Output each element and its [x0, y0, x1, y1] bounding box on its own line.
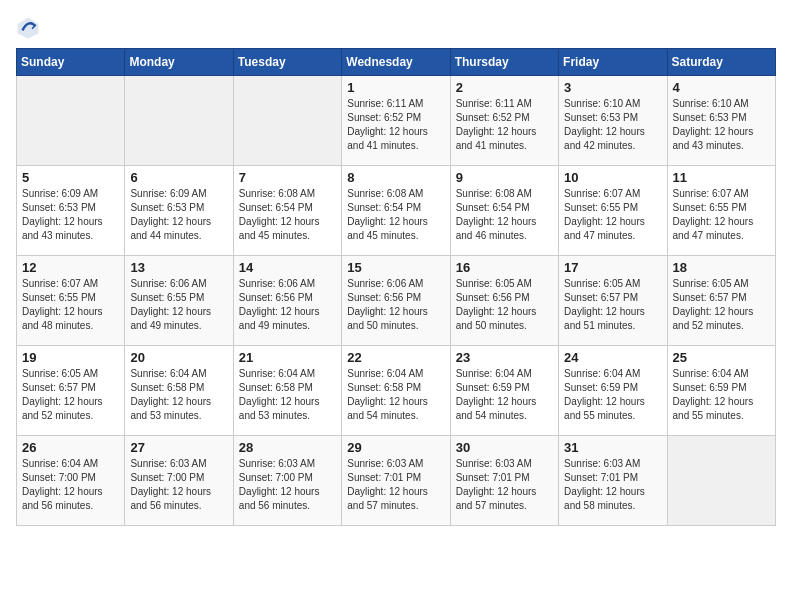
- calendar-cell: 28Sunrise: 6:03 AM Sunset: 7:00 PM Dayli…: [233, 436, 341, 526]
- day-number: 24: [564, 350, 661, 365]
- weekday-header-saturday: Saturday: [667, 49, 775, 76]
- calendar-cell: 5Sunrise: 6:09 AM Sunset: 6:53 PM Daylig…: [17, 166, 125, 256]
- day-info: Sunrise: 6:10 AM Sunset: 6:53 PM Dayligh…: [673, 97, 770, 153]
- day-info: Sunrise: 6:03 AM Sunset: 7:01 PM Dayligh…: [347, 457, 444, 513]
- calendar-cell: 2Sunrise: 6:11 AM Sunset: 6:52 PM Daylig…: [450, 76, 558, 166]
- day-info: Sunrise: 6:03 AM Sunset: 7:00 PM Dayligh…: [239, 457, 336, 513]
- day-info: Sunrise: 6:05 AM Sunset: 6:57 PM Dayligh…: [673, 277, 770, 333]
- day-info: Sunrise: 6:06 AM Sunset: 6:56 PM Dayligh…: [239, 277, 336, 333]
- calendar-cell: 22Sunrise: 6:04 AM Sunset: 6:58 PM Dayli…: [342, 346, 450, 436]
- day-number: 29: [347, 440, 444, 455]
- day-info: Sunrise: 6:03 AM Sunset: 7:01 PM Dayligh…: [564, 457, 661, 513]
- calendar-week-row: 12Sunrise: 6:07 AM Sunset: 6:55 PM Dayli…: [17, 256, 776, 346]
- day-number: 6: [130, 170, 227, 185]
- day-number: 10: [564, 170, 661, 185]
- day-info: Sunrise: 6:08 AM Sunset: 6:54 PM Dayligh…: [239, 187, 336, 243]
- calendar-week-row: 19Sunrise: 6:05 AM Sunset: 6:57 PM Dayli…: [17, 346, 776, 436]
- day-info: Sunrise: 6:05 AM Sunset: 6:57 PM Dayligh…: [22, 367, 119, 423]
- day-info: Sunrise: 6:06 AM Sunset: 6:56 PM Dayligh…: [347, 277, 444, 333]
- calendar-cell: 15Sunrise: 6:06 AM Sunset: 6:56 PM Dayli…: [342, 256, 450, 346]
- calendar-cell: 8Sunrise: 6:08 AM Sunset: 6:54 PM Daylig…: [342, 166, 450, 256]
- day-number: 15: [347, 260, 444, 275]
- day-number: 8: [347, 170, 444, 185]
- calendar-cell: 12Sunrise: 6:07 AM Sunset: 6:55 PM Dayli…: [17, 256, 125, 346]
- calendar-cell: 11Sunrise: 6:07 AM Sunset: 6:55 PM Dayli…: [667, 166, 775, 256]
- day-info: Sunrise: 6:08 AM Sunset: 6:54 PM Dayligh…: [347, 187, 444, 243]
- day-number: 14: [239, 260, 336, 275]
- calendar-week-row: 26Sunrise: 6:04 AM Sunset: 7:00 PM Dayli…: [17, 436, 776, 526]
- calendar-cell: 25Sunrise: 6:04 AM Sunset: 6:59 PM Dayli…: [667, 346, 775, 436]
- weekday-header-tuesday: Tuesday: [233, 49, 341, 76]
- day-number: 12: [22, 260, 119, 275]
- calendar-cell: 4Sunrise: 6:10 AM Sunset: 6:53 PM Daylig…: [667, 76, 775, 166]
- calendar-cell: [667, 436, 775, 526]
- calendar-cell: 10Sunrise: 6:07 AM Sunset: 6:55 PM Dayli…: [559, 166, 667, 256]
- calendar-cell: 13Sunrise: 6:06 AM Sunset: 6:55 PM Dayli…: [125, 256, 233, 346]
- day-number: 13: [130, 260, 227, 275]
- calendar-cell: 6Sunrise: 6:09 AM Sunset: 6:53 PM Daylig…: [125, 166, 233, 256]
- calendar-cell: 3Sunrise: 6:10 AM Sunset: 6:53 PM Daylig…: [559, 76, 667, 166]
- calendar-cell: 26Sunrise: 6:04 AM Sunset: 7:00 PM Dayli…: [17, 436, 125, 526]
- day-number: 28: [239, 440, 336, 455]
- calendar-table: SundayMondayTuesdayWednesdayThursdayFrid…: [16, 48, 776, 526]
- calendar-cell: 1Sunrise: 6:11 AM Sunset: 6:52 PM Daylig…: [342, 76, 450, 166]
- day-info: Sunrise: 6:04 AM Sunset: 6:58 PM Dayligh…: [130, 367, 227, 423]
- calendar-cell: 29Sunrise: 6:03 AM Sunset: 7:01 PM Dayli…: [342, 436, 450, 526]
- day-number: 7: [239, 170, 336, 185]
- weekday-header-wednesday: Wednesday: [342, 49, 450, 76]
- page-header: [16, 16, 776, 40]
- generalblue-logo-icon: [16, 16, 40, 40]
- day-info: Sunrise: 6:05 AM Sunset: 6:57 PM Dayligh…: [564, 277, 661, 333]
- day-info: Sunrise: 6:04 AM Sunset: 6:59 PM Dayligh…: [456, 367, 553, 423]
- day-info: Sunrise: 6:03 AM Sunset: 7:00 PM Dayligh…: [130, 457, 227, 513]
- svg-marker-0: [18, 18, 39, 39]
- day-info: Sunrise: 6:09 AM Sunset: 6:53 PM Dayligh…: [130, 187, 227, 243]
- day-info: Sunrise: 6:07 AM Sunset: 6:55 PM Dayligh…: [673, 187, 770, 243]
- weekday-header-friday: Friday: [559, 49, 667, 76]
- day-number: 20: [130, 350, 227, 365]
- calendar-cell: [125, 76, 233, 166]
- calendar-cell: 20Sunrise: 6:04 AM Sunset: 6:58 PM Dayli…: [125, 346, 233, 436]
- day-number: 11: [673, 170, 770, 185]
- day-number: 26: [22, 440, 119, 455]
- day-info: Sunrise: 6:10 AM Sunset: 6:53 PM Dayligh…: [564, 97, 661, 153]
- day-info: Sunrise: 6:08 AM Sunset: 6:54 PM Dayligh…: [456, 187, 553, 243]
- calendar-cell: 23Sunrise: 6:04 AM Sunset: 6:59 PM Dayli…: [450, 346, 558, 436]
- calendar-cell: [233, 76, 341, 166]
- day-number: 23: [456, 350, 553, 365]
- day-number: 16: [456, 260, 553, 275]
- day-info: Sunrise: 6:04 AM Sunset: 7:00 PM Dayligh…: [22, 457, 119, 513]
- weekday-header-sunday: Sunday: [17, 49, 125, 76]
- calendar-week-row: 5Sunrise: 6:09 AM Sunset: 6:53 PM Daylig…: [17, 166, 776, 256]
- day-number: 19: [22, 350, 119, 365]
- day-info: Sunrise: 6:11 AM Sunset: 6:52 PM Dayligh…: [456, 97, 553, 153]
- weekday-header-thursday: Thursday: [450, 49, 558, 76]
- weekday-header-row: SundayMondayTuesdayWednesdayThursdayFrid…: [17, 49, 776, 76]
- day-number: 22: [347, 350, 444, 365]
- day-number: 9: [456, 170, 553, 185]
- calendar-cell: [17, 76, 125, 166]
- day-number: 25: [673, 350, 770, 365]
- calendar-cell: 27Sunrise: 6:03 AM Sunset: 7:00 PM Dayli…: [125, 436, 233, 526]
- calendar-week-row: 1Sunrise: 6:11 AM Sunset: 6:52 PM Daylig…: [17, 76, 776, 166]
- day-info: Sunrise: 6:04 AM Sunset: 6:59 PM Dayligh…: [673, 367, 770, 423]
- day-number: 1: [347, 80, 444, 95]
- day-info: Sunrise: 6:09 AM Sunset: 6:53 PM Dayligh…: [22, 187, 119, 243]
- calendar-cell: 30Sunrise: 6:03 AM Sunset: 7:01 PM Dayli…: [450, 436, 558, 526]
- weekday-header-monday: Monday: [125, 49, 233, 76]
- calendar-cell: 14Sunrise: 6:06 AM Sunset: 6:56 PM Dayli…: [233, 256, 341, 346]
- day-number: 21: [239, 350, 336, 365]
- day-number: 2: [456, 80, 553, 95]
- day-info: Sunrise: 6:07 AM Sunset: 6:55 PM Dayligh…: [22, 277, 119, 333]
- day-number: 18: [673, 260, 770, 275]
- day-number: 30: [456, 440, 553, 455]
- day-number: 4: [673, 80, 770, 95]
- day-info: Sunrise: 6:04 AM Sunset: 6:58 PM Dayligh…: [347, 367, 444, 423]
- calendar-cell: 7Sunrise: 6:08 AM Sunset: 6:54 PM Daylig…: [233, 166, 341, 256]
- day-info: Sunrise: 6:06 AM Sunset: 6:55 PM Dayligh…: [130, 277, 227, 333]
- day-info: Sunrise: 6:11 AM Sunset: 6:52 PM Dayligh…: [347, 97, 444, 153]
- day-info: Sunrise: 6:03 AM Sunset: 7:01 PM Dayligh…: [456, 457, 553, 513]
- calendar-cell: 21Sunrise: 6:04 AM Sunset: 6:58 PM Dayli…: [233, 346, 341, 436]
- calendar-cell: 18Sunrise: 6:05 AM Sunset: 6:57 PM Dayli…: [667, 256, 775, 346]
- day-number: 17: [564, 260, 661, 275]
